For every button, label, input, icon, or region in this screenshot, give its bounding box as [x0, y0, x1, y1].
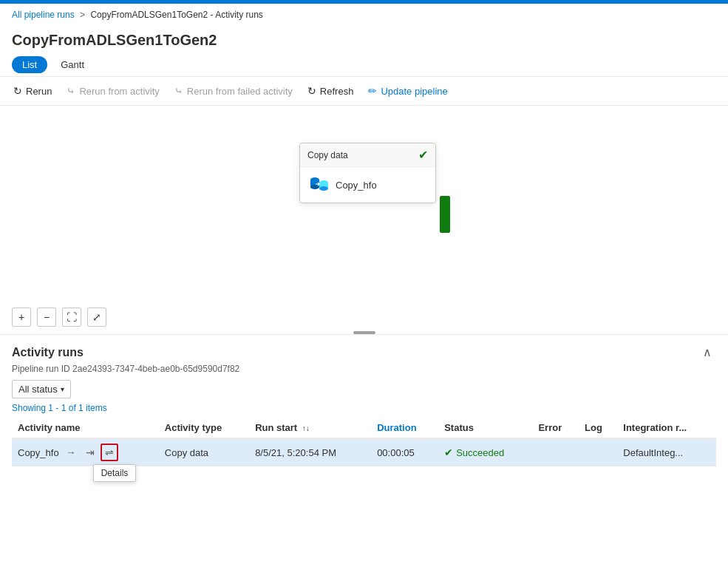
rerun-from-failed-button[interactable]: ⤷ Rerun from failed activity	[167, 81, 300, 101]
expand-button[interactable]: ⤢	[87, 308, 106, 327]
activity-runs-table: Activity name Activity type Run start ↑↓…	[12, 418, 716, 466]
success-check-icon: ✔	[444, 446, 453, 458]
cell-activity-type: Copy data	[159, 438, 249, 466]
activity-name-text: Copy_hfo	[18, 447, 59, 458]
status-text: Succeeded	[456, 447, 504, 458]
zoom-in-button[interactable]: +	[12, 308, 31, 327]
col-header-error: Error	[532, 418, 579, 438]
tab-gantt[interactable]: Gantt	[50, 56, 95, 73]
horizontal-scrollbar[interactable]	[353, 331, 375, 334]
breadcrumb-all-runs[interactable]: All pipeline runs	[12, 10, 75, 20]
tab-bar: List Gantt	[0, 53, 728, 77]
pipeline-run-id-value: 2ae24393-7347-4beb-ae0b-65d9590d7f82	[72, 364, 239, 374]
col-header-run-start[interactable]: Run start ↑↓	[249, 418, 371, 438]
status-filter-label: All status	[18, 384, 58, 395]
update-icon: ✏	[368, 85, 377, 97]
showing-count: Showing 1 - 1 of 1 items	[12, 403, 716, 413]
pipeline-run-id-label: Pipeline run ID	[12, 364, 70, 374]
node-success-icon: ✔	[418, 148, 428, 162]
update-pipeline-button[interactable]: ✏ Update pipeline	[361, 81, 455, 101]
expand-icon: ⤢	[92, 311, 101, 323]
breadcrumb-current: CopyFromADLSGen1ToGen2 - Activity runs	[90, 10, 262, 20]
pipeline-canvas: Copy data ✔ Copy_hfo +	[0, 106, 728, 335]
breadcrumb-separator: >	[80, 10, 85, 20]
output-icon[interactable]: ⇥	[81, 444, 99, 461]
status-success-badge: ✔ Succeeded	[444, 446, 526, 458]
row-actions: → ⇥ ⇌ Details	[62, 444, 118, 461]
copy-data-icon	[309, 174, 330, 195]
rerun-from-failed-icon: ⤷	[174, 85, 183, 97]
svg-point-5	[319, 186, 328, 191]
pipeline-run-id: Pipeline run ID 2ae24393-7347-4beb-ae0b-…	[12, 364, 716, 374]
node-card-body: Copy_hfo	[300, 167, 435, 203]
details-icon[interactable]: ⇌	[101, 444, 118, 461]
rerun-from-failed-label: Rerun from failed activity	[187, 86, 293, 97]
node-card-title: Copy data	[307, 150, 348, 160]
cell-activity-name: Copy_hfo → ⇥ ⇌ Details	[12, 438, 159, 466]
rerun-from-activity-icon: ⤷	[67, 85, 75, 97]
zoom-out-button[interactable]: −	[37, 308, 56, 327]
cell-duration: 00:00:05	[371, 438, 438, 466]
table-row[interactable]: Copy_hfo → ⇥ ⇌ Details Copy data 8/5/21,…	[12, 438, 716, 466]
refresh-icon: ↻	[307, 85, 316, 97]
cell-integration: DefaultInteg...	[617, 438, 716, 466]
rerun-icon: ↻	[13, 85, 22, 97]
status-filter-dropdown[interactable]: All status ▾	[12, 380, 71, 398]
node-card-name: Copy_hfo	[336, 180, 377, 191]
refresh-button[interactable]: ↻ Refresh	[300, 81, 361, 101]
rerun-label: Rerun	[26, 86, 52, 97]
details-tooltip: Details	[93, 464, 137, 482]
node-card-header: Copy data ✔	[300, 143, 435, 167]
fit-view-button[interactable]: ⛶	[62, 308, 81, 327]
runs-header: Activity runs ∧	[12, 344, 716, 361]
tab-list[interactable]: List	[12, 56, 47, 73]
sort-icon: ↑↓	[302, 424, 310, 432]
rerun-from-activity-button[interactable]: ⤷ Rerun from activity	[59, 81, 166, 101]
col-header-duration[interactable]: Duration	[371, 418, 438, 438]
collapse-button[interactable]: ∧	[698, 344, 716, 361]
toolbar: ↻ Rerun ⤷ Rerun from activity ⤷ Rerun fr…	[0, 77, 728, 106]
rerun-from-activity-label: Rerun from activity	[79, 86, 159, 97]
page-title: CopyFromADLSGen1ToGen2	[0, 26, 728, 53]
canvas-pipeline-node	[440, 196, 450, 233]
input-icon[interactable]: →	[62, 444, 80, 461]
activity-runs-section: Activity runs ∧ Pipeline run ID 2ae24393…	[0, 335, 728, 466]
table-header-row: Activity name Activity type Run start ↑↓…	[12, 418, 716, 438]
breadcrumb: All pipeline runs > CopyFromADLSGen1ToGe…	[0, 4, 728, 26]
col-header-status: Status	[438, 418, 532, 438]
col-header-integration: Integration r...	[617, 418, 716, 438]
fit-view-icon: ⛶	[67, 311, 77, 323]
col-header-activity-type: Activity type	[159, 418, 249, 438]
cell-log	[579, 438, 617, 466]
chevron-down-icon: ▾	[61, 385, 64, 393]
cell-run-start: 8/5/21, 5:20:54 PM	[249, 438, 371, 466]
cell-error	[532, 438, 579, 466]
refresh-label: Refresh	[320, 86, 354, 97]
rerun-button[interactable]: ↻ Rerun	[6, 81, 59, 101]
col-header-log: Log	[579, 418, 617, 438]
update-pipeline-label: Update pipeline	[381, 86, 447, 97]
node-card: Copy data ✔ Copy_hfo	[299, 143, 436, 203]
runs-title: Activity runs	[12, 346, 84, 359]
col-header-activity-name: Activity name	[12, 418, 159, 438]
cell-status: ✔ Succeeded	[438, 438, 532, 466]
canvas-controls: + − ⛶ ⤢	[12, 308, 106, 327]
